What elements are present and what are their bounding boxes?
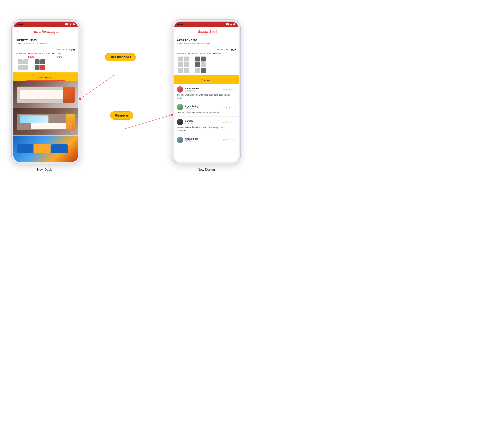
content-right: APSRTC - 3563 Super Luxury(Non AC, 2+2 P…	[174, 36, 239, 162]
seat-row-r2	[178, 62, 234, 67]
seat-u4[interactable]	[40, 65, 45, 70]
star-1-4: ★	[231, 88, 233, 91]
dot-selected-left	[28, 53, 30, 54]
stars-1: ★ ★ ★ ★ ★	[223, 88, 236, 91]
star-3-5: ★	[233, 120, 236, 123]
selected-seat-row-right: Selected Seat R20	[177, 48, 236, 51]
seat-row-1	[18, 59, 74, 64]
seat-r-l2[interactable]	[184, 56, 189, 62]
star-1-1: ★	[223, 88, 225, 91]
dot-booked-left	[52, 53, 54, 54]
more-button-right[interactable]: ⋮	[232, 30, 236, 34]
app-bar-right: ← Select Seat ⋮	[174, 27, 239, 36]
interior-images	[13, 81, 78, 162]
reviewer-name-4: Naga shikar	[185, 137, 198, 140]
legend-row-right: Available Selected For Ladies	[177, 52, 236, 54]
seat-r-u1[interactable]	[195, 56, 200, 62]
seat-row-r3	[178, 68, 234, 73]
star-3-1: ★	[223, 120, 225, 123]
legend-selected-left: Selected	[28, 52, 37, 54]
seat-r-l3[interactable]	[178, 62, 183, 67]
seat-r-u2[interactable]	[201, 56, 206, 62]
seat-r-spacer3	[189, 68, 194, 73]
seat-l1[interactable]	[18, 59, 23, 64]
seat-spacer2	[29, 65, 34, 70]
seat-r-l5[interactable]	[178, 68, 183, 73]
reviewer-info-4: Naga shikar 31/10/2021	[177, 137, 198, 143]
stars-2: ★ ★ ★ ★ ★	[223, 106, 236, 109]
seat-u1[interactable]	[35, 59, 40, 64]
more-button-left[interactable]: ⋮	[72, 30, 75, 34]
seat-r-u3[interactable]	[195, 62, 200, 67]
reviewer-meta-4: Naga shikar 31/10/2021	[185, 137, 198, 142]
phone-right-wrapper: ← Select Seat ⋮ APSRTC - 3563 Super Luxu…	[172, 19, 241, 172]
reviews-bubble: Reviews	[110, 111, 134, 120]
tab-bus-interiors[interactable]: Bus interiors	[13, 74, 78, 81]
back-button-left[interactable]: ←	[16, 30, 20, 34]
reviewer-name-3: Saradhi	[185, 120, 195, 122]
seat-grid-left	[16, 59, 75, 71]
bus-info-right: APSRTC - 3563 Super Luxury(Non AC, 2+2 P…	[174, 36, 239, 46]
seat-grid-right	[177, 56, 236, 74]
stars-3: ★ ★ ★ ★ ★	[223, 120, 236, 123]
avatar-4	[177, 137, 183, 143]
avatar-2	[177, 104, 183, 110]
reviewer-meta-2: Arjun Reddy 05/11/2021	[185, 105, 199, 110]
seat-r-l1[interactable]	[178, 56, 183, 62]
seat-u2[interactable]	[40, 59, 45, 64]
review-header-2: Arjun Reddy 05/11/2021 ★ ★ ★ ★ ★	[177, 104, 236, 110]
reviewer-date-1: 02/02/2022	[185, 90, 199, 92]
seat-l4[interactable]	[23, 65, 28, 70]
status-icons-left	[65, 23, 75, 25]
dot-ladies-left	[39, 53, 41, 54]
img-overlay-3	[13, 136, 78, 162]
reviewer-date-3: 26/07/2021	[185, 122, 195, 124]
seat-r-u4[interactable]	[201, 62, 206, 67]
seat-r-spacer	[189, 56, 194, 62]
seat-r-l4[interactable]	[184, 62, 189, 67]
avatar-3	[177, 119, 183, 125]
img-overlay-2	[13, 108, 78, 135]
star-4-3: ★	[228, 138, 231, 141]
bus-name-right: APSRTC - 3563	[177, 39, 236, 42]
seat-r-l6[interactable]	[184, 68, 189, 73]
star-1-2: ★	[225, 88, 228, 91]
selected-seat-label-left: Selected Seat	[57, 48, 70, 51]
bus-type-right: Super Luxury(Non AC, 2+2 Pushback)	[177, 42, 236, 44]
selected-seat-value-left: L06	[71, 48, 75, 51]
camera-dot-right	[177, 24, 179, 25]
review-header-3: Saradhi 26/07/2021 ★ ★ ★ ★ ★	[177, 119, 236, 125]
phone-right: ← Select Seat ⋮ APSRTC - 3563 Super Luxu…	[172, 19, 241, 164]
star-4-1: ★	[223, 138, 225, 141]
app-bar-title-left: Interior Images	[22, 30, 72, 34]
selected-seat-value-right: R20	[231, 48, 236, 51]
dot-selected-right	[188, 53, 190, 54]
back-button-right[interactable]: ←	[177, 30, 180, 34]
app-bar-left: ← Interior Images ⋮	[13, 27, 78, 36]
review-text-1: The bus was awesome with good push back …	[177, 93, 236, 100]
star-4-5: ★	[233, 138, 236, 141]
avatar-1	[177, 86, 183, 93]
review-item-1: Shiva Kumar 02/02/2022 ★ ★ ★ ★ ★	[174, 84, 239, 102]
tab-reviews[interactable]: Reviews	[174, 76, 239, 84]
seat-row-2	[18, 65, 74, 70]
seat-l2[interactable]	[23, 59, 28, 64]
seat-u3[interactable]	[35, 65, 40, 70]
reviewer-meta-3: Saradhi 26/07/2021	[185, 120, 195, 124]
seat-r-u6[interactable]	[201, 68, 206, 73]
seat-l3[interactable]	[18, 65, 23, 70]
seat-r-u5[interactable]	[195, 68, 200, 73]
legend-row-left: Available Selected For Ladies	[16, 52, 75, 54]
dot-ladies-right	[200, 53, 202, 54]
legend-available-right: Available	[177, 52, 186, 54]
img-overlay-1	[13, 81, 78, 108]
status-bar-left	[13, 22, 78, 27]
status-triangle-icon-right	[230, 23, 232, 25]
review-item-2: Arjun Reddy 05/11/2021 ★ ★ ★ ★ ★	[174, 102, 239, 117]
seat-spacer	[29, 59, 34, 64]
reviewer-meta-1: Shiva Kumar 02/02/2022	[185, 87, 199, 92]
reviewer-info-1: Shiva Kumar 02/02/2022	[177, 86, 199, 93]
tab-area-right: Reviews	[174, 75, 239, 84]
reviewer-info-2: Arjun Reddy 05/11/2021	[177, 104, 199, 110]
status-rect-icon	[65, 23, 68, 25]
